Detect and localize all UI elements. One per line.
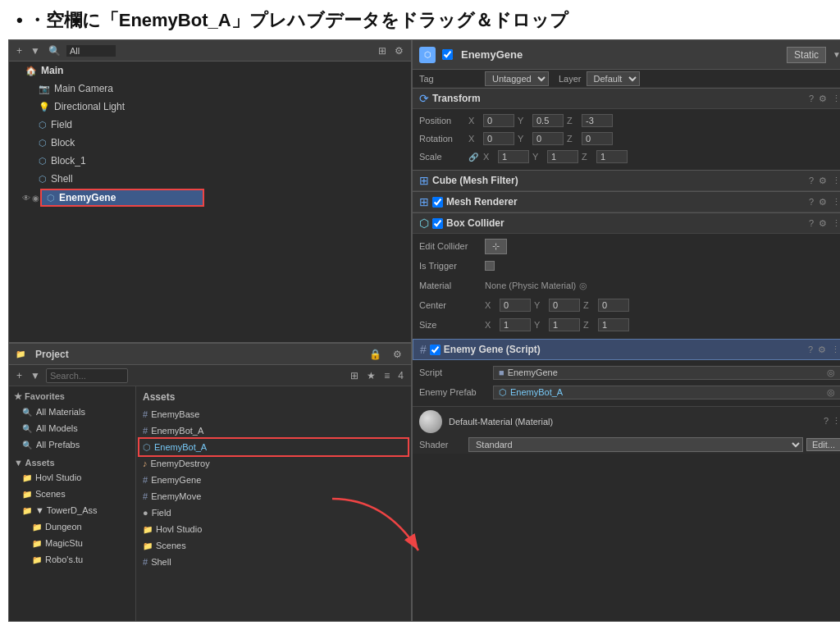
asset-enemymove[interactable]: # EnemyMove [139, 488, 408, 504]
project-layers-icon[interactable]: ≡ [381, 369, 392, 382]
sidebar-hovl-studio[interactable]: 📁 Hovl Studio [9, 469, 135, 486]
script-target[interactable]: ◎ [827, 368, 835, 378]
enemy-gene-script-header[interactable]: # Enemy Gene (Script) ? ⚙ ⋮ [413, 339, 840, 360]
size-y[interactable] [549, 318, 580, 331]
pos-x[interactable]: 0 [483, 114, 514, 127]
static-button[interactable]: Static [787, 47, 826, 63]
asset-scenes[interactable]: 📁 Scenes [139, 537, 408, 554]
hierarchy-item-field[interactable]: ⬡ Field [9, 116, 411, 134]
enemy-prefab-row: Enemy Prefab ⬡ EnemyBot_A ◎ [419, 383, 840, 401]
prefab-target[interactable]: ◎ [827, 387, 835, 398]
mr-menu[interactable]: ⋮ [832, 197, 840, 208]
shader-edit-button[interactable]: Edit... [806, 438, 840, 451]
script-checkbox[interactable] [430, 345, 441, 355]
mesh-renderer-checkbox[interactable] [432, 197, 443, 208]
script-help[interactable]: ? [808, 345, 813, 354]
bc-settings[interactable]: ⚙ [819, 218, 827, 229]
hierarchy-item-shell[interactable]: ⬡ Shell [9, 170, 411, 188]
box-collider-header[interactable]: ⬡ Box Collider ? ⚙ ⋮ [413, 212, 840, 234]
hierarchy-lock-icon[interactable]: ⊞ [376, 44, 389, 57]
shader-select[interactable]: Standard [468, 437, 803, 452]
asset-shell[interactable]: # Shell [139, 554, 408, 570]
rot-x[interactable] [483, 132, 514, 145]
bc-help[interactable]: ? [809, 218, 814, 228]
project-folder-icon: 📁 [16, 349, 25, 358]
transform-component-header[interactable]: ⟳ Transform ? ⚙ ⋮ [413, 88, 840, 109]
rot-z[interactable] [582, 132, 613, 145]
project-grid-icon[interactable]: ⊞ [348, 369, 361, 382]
sidebar-all-models[interactable]: 🔍 All Models [9, 420, 135, 436]
asset-enemybot-a-script[interactable]: # EnemyBot_A [139, 422, 408, 439]
mat-menu[interactable]: ⋮ [832, 416, 840, 427]
mf-help[interactable]: ? [809, 176, 814, 185]
mf-menu[interactable]: ⋮ [832, 176, 840, 186]
mf-settings[interactable]: ⚙ [819, 176, 827, 186]
mat-help[interactable]: ? [824, 416, 829, 427]
scale-y[interactable] [547, 150, 578, 163]
hierarchy-item-block[interactable]: ⬡ Block [9, 134, 411, 152]
project-add-btn[interactable]: + [14, 369, 25, 382]
sidebar-magicstu[interactable]: 📁 MagicStu [9, 535, 135, 551]
asset-hovl-studio[interactable]: 📁 Hovl Studio [139, 521, 408, 537]
hash-icon3: # [143, 475, 148, 485]
hierarchy-item-main-camera[interactable]: 📷 Main Camera [9, 80, 411, 98]
hierarchy-arrow[interactable]: ▼ [28, 44, 43, 57]
sidebar-towerd-ass[interactable]: 📁 ▼ TowerD_Ass [9, 502, 135, 518]
size-x[interactable] [500, 318, 531, 331]
project-size-icon[interactable]: 4 [395, 369, 406, 382]
material-target[interactable]: ◎ [579, 281, 587, 291]
center-x[interactable] [500, 299, 531, 312]
sidebar-scenes[interactable]: 📁 Scenes [9, 486, 135, 502]
sidebar-robos[interactable]: 📁 Robo's.tu [9, 551, 135, 568]
object-name: EnemyGene [461, 48, 780, 61]
asset-enemybot-a-prefab[interactable]: ⬡ EnemyBot_A [139, 439, 408, 455]
project-settings-icon[interactable]: ⚙ [390, 348, 404, 361]
project-search-input[interactable] [46, 368, 128, 383]
asset-enemybase[interactable]: # EnemyBase [139, 406, 408, 422]
box-collider-checkbox[interactable] [432, 218, 443, 229]
transform-menu[interactable]: ⋮ [832, 94, 840, 104]
bc-menu[interactable]: ⋮ [832, 218, 840, 229]
scale-x[interactable] [498, 150, 529, 163]
pos-y[interactable]: 0.5 [532, 114, 564, 127]
size-z[interactable] [598, 318, 629, 331]
hierarchy-settings-icon[interactable]: ⚙ [392, 44, 406, 57]
pos-z[interactable]: -3 [582, 114, 613, 127]
hierarchy-item-directional-light[interactable]: 💡 Directional Light [9, 98, 411, 116]
hierarchy-search-input[interactable] [66, 45, 116, 57]
sidebar-dungeon[interactable]: 📁 Dungeon [9, 518, 135, 535]
layer-select[interactable]: Default [587, 71, 640, 86]
hierarchy-item-enemygene[interactable]: ⬡ EnemyGene [40, 189, 204, 207]
sidebar-all-prefabs[interactable]: 🔍 All Prefabs [9, 436, 135, 453]
script-settings[interactable]: ⚙ [818, 345, 826, 355]
mesh-renderer-header[interactable]: ⊞ Mesh Renderer ? ⚙ ⋮ [413, 191, 840, 212]
project-lock-icon[interactable]: 🔒 [367, 348, 384, 361]
active-checkbox[interactable] [442, 49, 453, 60]
project-star-icon[interactable]: ★ [364, 369, 378, 382]
mr-help[interactable]: ? [809, 197, 814, 207]
hierarchy-item-main[interactable]: 🏠 Main [9, 62, 411, 80]
rot-y[interactable] [532, 132, 564, 145]
asset-enemygene[interactable]: # EnemyGene [139, 472, 408, 488]
hierarchy-item-block1[interactable]: ⬡ Block_1 [9, 152, 411, 170]
sidebar-all-materials[interactable]: 🔍 All Materials [9, 404, 135, 420]
edit-collider-row: Edit Collider ⊹ [419, 237, 840, 255]
asset-enemydestroy[interactable]: ♪ EnemyDestroy [139, 455, 408, 472]
mr-settings[interactable]: ⚙ [819, 197, 827, 208]
hierarchy-add-btn[interactable]: + [14, 44, 25, 57]
inspector-panel: ⬡ EnemyGene Static ▼ Tag Untagged Layer … [411, 40, 840, 621]
transform-help[interactable]: ? [809, 94, 814, 103]
project-arrow[interactable]: ▼ [28, 369, 43, 382]
center-z[interactable] [598, 299, 629, 312]
static-dropdown[interactable]: ▼ [833, 50, 840, 59]
box-collider-buttons: ? ⚙ ⋮ [809, 218, 840, 229]
center-y[interactable] [549, 299, 580, 312]
edit-collider-button[interactable]: ⊹ [485, 239, 507, 254]
transform-settings[interactable]: ⚙ [819, 94, 827, 104]
script-menu[interactable]: ⋮ [831, 345, 840, 355]
scale-z[interactable] [596, 150, 628, 163]
is-trigger-checkbox[interactable] [485, 261, 495, 271]
asset-field[interactable]: ● Field [139, 504, 408, 521]
tag-select[interactable]: Untagged [485, 71, 549, 86]
mesh-filter-header[interactable]: ⊞ Cube (Mesh Filter) ? ⚙ ⋮ [413, 170, 840, 191]
